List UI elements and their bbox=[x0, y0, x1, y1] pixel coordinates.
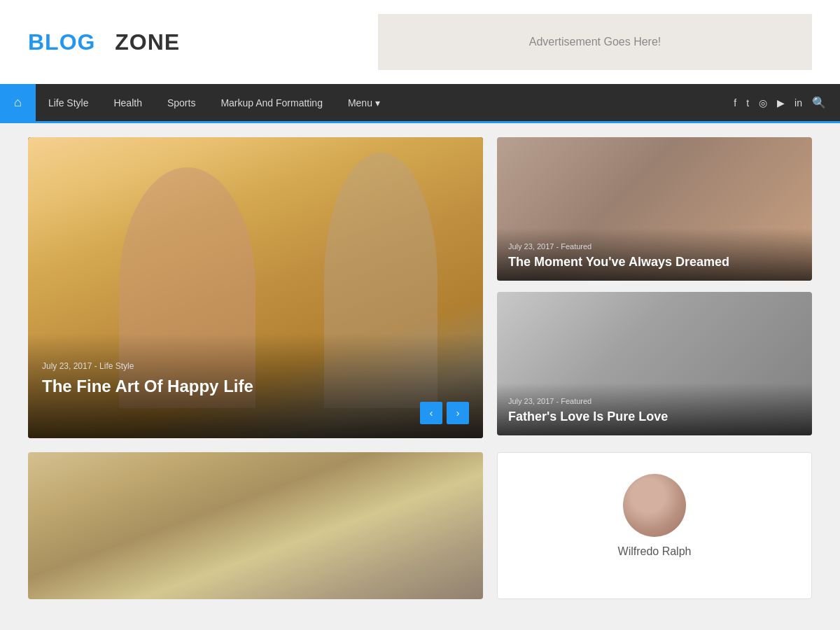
site-header: BLOG ZONE Advertisement Goes Here! bbox=[0, 0, 840, 84]
nav-item-health[interactable]: Health bbox=[101, 86, 154, 120]
featured-large-overlay: July 23, 2017 - Life Style The Fine Art … bbox=[28, 333, 483, 438]
search-icon[interactable]: 🔍 bbox=[812, 96, 826, 109]
second-left-card[interactable] bbox=[28, 452, 483, 599]
youtube-icon[interactable]: ▶ bbox=[777, 97, 785, 108]
nav-item-sports[interactable]: Sports bbox=[155, 86, 208, 120]
author-name: Wilfredo Ralph bbox=[618, 545, 692, 558]
slider-next-button[interactable]: › bbox=[447, 402, 469, 424]
right-column: July 23, 2017 - Featured The Moment You'… bbox=[497, 137, 812, 438]
featured-large-card[interactable]: July 23, 2017 - Life Style The Fine Art … bbox=[28, 137, 483, 438]
nav-item-lifestyle[interactable]: Life Style bbox=[36, 86, 102, 120]
author-avatar bbox=[623, 474, 686, 537]
main-nav: ⌂ Life Style Health Sports Markup And Fo… bbox=[0, 84, 840, 123]
nav-social-icons: f t ◎ ▶ in 🔍 bbox=[734, 96, 840, 109]
featured-large-meta: July 23, 2017 - Life Style bbox=[42, 361, 469, 371]
featured-small-bottom-overlay: July 23, 2017 - Featured Father's Love I… bbox=[497, 383, 812, 435]
author-avatar-image bbox=[623, 474, 686, 537]
featured-large-title: The Fine Art Of Happy Life bbox=[42, 377, 469, 396]
advertisement-banner: Advertisement Goes Here! bbox=[378, 14, 812, 70]
featured-small-bottom-title: Father's Love Is Pure Love bbox=[508, 410, 801, 424]
slider-prev-button[interactable]: ‹ bbox=[420, 402, 442, 424]
featured-small-bottom-meta: July 23, 2017 - Featured bbox=[508, 397, 801, 405]
logo-blue: BLOG bbox=[28, 29, 95, 55]
featured-small-top-meta: July 23, 2017 - Featured bbox=[508, 242, 801, 251]
featured-small-top-overlay: July 23, 2017 - Featured The Moment You'… bbox=[497, 228, 812, 281]
nav-home-button[interactable]: ⌂ bbox=[0, 84, 36, 121]
main-content: July 23, 2017 - Life Style The Fine Art … bbox=[0, 123, 840, 452]
nav-menu-dropdown[interactable]: Menu ▾ bbox=[335, 86, 393, 120]
instagram-icon[interactable]: ◎ bbox=[759, 97, 767, 108]
linkedin-icon[interactable]: in bbox=[794, 97, 802, 108]
author-widget: Wilfredo Ralph bbox=[497, 452, 812, 599]
site-logo[interactable]: BLOG ZONE bbox=[28, 29, 180, 55]
ad-text: Advertisement Goes Here! bbox=[529, 36, 662, 48]
nav-left: ⌂ Life Style Health Sports Markup And Fo… bbox=[0, 84, 393, 121]
featured-small-top[interactable]: July 23, 2017 - Featured The Moment You'… bbox=[497, 137, 812, 281]
slider-controls: ‹ › bbox=[420, 402, 469, 424]
second-left-image bbox=[28, 452, 483, 599]
twitter-icon[interactable]: t bbox=[746, 97, 749, 108]
nav-item-markup[interactable]: Markup And Formatting bbox=[208, 86, 335, 120]
featured-small-top-title: The Moment You've Always Dreamed bbox=[508, 255, 801, 270]
facebook-icon[interactable]: f bbox=[734, 97, 736, 108]
second-row: Wilfredo Ralph bbox=[0, 452, 840, 613]
logo-dark: ZONE bbox=[115, 29, 180, 55]
featured-small-bottom[interactable]: July 23, 2017 - Featured Father's Love I… bbox=[497, 292, 812, 435]
